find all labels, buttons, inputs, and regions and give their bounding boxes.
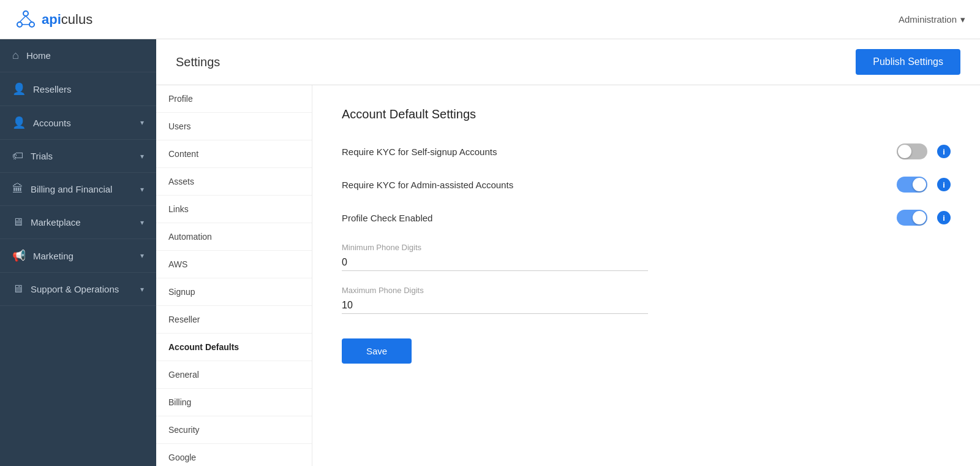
admin-label: Administration bbox=[899, 14, 957, 25]
toggle-row-profile-check: Profile Check Enabled i bbox=[342, 210, 951, 226]
sidebar-item-home[interactable]: ⌂ Home bbox=[0, 39, 156, 72]
settings-content: Account Default Settings Require KYC for… bbox=[312, 85, 980, 466]
logo-icon bbox=[15, 9, 37, 31]
sidebar-item-resellers[interactable]: 👤 Resellers bbox=[0, 72, 156, 106]
sidebar-item-label: Resellers bbox=[33, 84, 72, 94]
settings-nav-security[interactable]: Security bbox=[156, 416, 312, 444]
svg-point-2 bbox=[29, 22, 34, 27]
settings-body: Profile Users Content Assets Links Autom… bbox=[156, 85, 980, 466]
page-header: Settings Publish Settings bbox=[156, 39, 980, 85]
sidebar-item-label: Trials bbox=[31, 151, 53, 161]
toggle-kyc-admin[interactable] bbox=[897, 177, 927, 193]
sidebar-item-trials[interactable]: 🏷 Trials ▾ bbox=[0, 140, 156, 173]
settings-nav-billing[interactable]: Billing bbox=[156, 389, 312, 416]
sidebar-item-marketplace[interactable]: 🖥 Marketplace ▾ bbox=[0, 206, 156, 239]
min-phone-digits-label: Minimum Phone Digits bbox=[342, 243, 648, 252]
toggle-label-kyc-admin: Require KYC for Admin-assisted Accounts bbox=[342, 180, 887, 190]
info-icon-kyc-admin[interactable]: i bbox=[937, 178, 951, 191]
chevron-down-icon: ▾ bbox=[960, 14, 965, 25]
max-phone-digits-label: Maximum Phone Digits bbox=[342, 286, 648, 295]
chevron-down-icon: ▾ bbox=[140, 285, 144, 294]
support-icon: 🖥 bbox=[12, 283, 23, 296]
home-icon: ⌂ bbox=[12, 49, 19, 62]
toggle-row-kyc-admin: Require KYC for Admin-assisted Accounts … bbox=[342, 177, 951, 193]
publish-settings-button[interactable]: Publish Settings bbox=[856, 49, 960, 75]
toggle-label-profile-check: Profile Check Enabled bbox=[342, 213, 887, 223]
toggle-kyc-self-signup[interactable] bbox=[897, 143, 927, 159]
settings-nav-signup[interactable]: Signup bbox=[156, 278, 312, 306]
info-icon-profile-check[interactable]: i bbox=[937, 211, 951, 224]
sidebar-item-marketing[interactable]: 📢 Marketing ▾ bbox=[0, 239, 156, 273]
sidebar-item-support[interactable]: 🖥 Support & Operations ▾ bbox=[0, 273, 156, 306]
section-title: Account Default Settings bbox=[342, 107, 951, 121]
chevron-down-icon: ▾ bbox=[140, 118, 144, 127]
trials-icon: 🏷 bbox=[12, 150, 23, 162]
settings-nav-account-defaults[interactable]: Account Defaults bbox=[156, 334, 312, 361]
main-layout: ⌂ Home 👤 Resellers 👤 Accounts ▾ 🏷 Trials… bbox=[0, 39, 980, 466]
settings-nav-google[interactable]: Google bbox=[156, 444, 312, 466]
max-phone-digits-group: Maximum Phone Digits bbox=[342, 286, 648, 314]
billing-icon: 🏛 bbox=[12, 183, 23, 196]
resellers-icon: 👤 bbox=[12, 82, 26, 96]
settings-nav-automation[interactable]: Automation bbox=[156, 223, 312, 251]
toggle-profile-check[interactable] bbox=[897, 210, 927, 226]
settings-nav-profile[interactable]: Profile bbox=[156, 85, 312, 113]
svg-point-1 bbox=[17, 22, 22, 27]
sidebar-item-accounts[interactable]: 👤 Accounts ▾ bbox=[0, 106, 156, 140]
chevron-down-icon: ▾ bbox=[140, 185, 144, 194]
settings-nav-general[interactable]: General bbox=[156, 361, 312, 389]
settings-nav-assets[interactable]: Assets bbox=[156, 168, 312, 196]
logo: apiculus bbox=[15, 9, 92, 31]
sidebar-item-label: Accounts bbox=[33, 118, 71, 128]
sidebar-item-label: Support & Operations bbox=[31, 284, 119, 294]
settings-nav-links[interactable]: Links bbox=[156, 196, 312, 223]
settings-nav-aws[interactable]: AWS bbox=[156, 251, 312, 278]
max-phone-digits-input[interactable] bbox=[342, 297, 648, 314]
marketing-icon: 📢 bbox=[12, 249, 26, 262]
settings-nav: Profile Users Content Assets Links Autom… bbox=[156, 85, 312, 466]
sidebar-item-billing[interactable]: 🏛 Billing and Financial ▾ bbox=[0, 173, 156, 206]
admin-menu[interactable]: Administration ▾ bbox=[899, 14, 965, 25]
sidebar: ⌂ Home 👤 Resellers 👤 Accounts ▾ 🏷 Trials… bbox=[0, 39, 156, 466]
chevron-down-icon: ▾ bbox=[140, 218, 144, 227]
content-area: Settings Publish Settings Profile Users … bbox=[156, 39, 980, 466]
settings-nav-content[interactable]: Content bbox=[156, 140, 312, 168]
chevron-down-icon: ▾ bbox=[140, 152, 144, 161]
logo-text: apiculus bbox=[42, 12, 92, 28]
sidebar-item-label: Home bbox=[26, 50, 51, 61]
toggle-row-kyc-self-signup: Require KYC for Self-signup Accounts i bbox=[342, 143, 951, 159]
marketplace-icon: 🖥 bbox=[12, 216, 23, 229]
info-icon-kyc-self-signup[interactable]: i bbox=[937, 145, 951, 158]
accounts-icon: 👤 bbox=[12, 116, 26, 129]
svg-point-0 bbox=[23, 11, 28, 16]
page-title: Settings bbox=[176, 55, 220, 69]
sidebar-item-label: Billing and Financial bbox=[31, 184, 112, 194]
min-phone-digits-group: Minimum Phone Digits bbox=[342, 243, 648, 271]
save-button[interactable]: Save bbox=[342, 338, 412, 364]
svg-line-4 bbox=[26, 16, 32, 22]
sidebar-item-label: Marketing bbox=[33, 251, 74, 261]
chevron-down-icon: ▾ bbox=[140, 251, 144, 260]
top-header: apiculus Administration ▾ bbox=[0, 0, 980, 39]
svg-line-3 bbox=[20, 16, 26, 22]
settings-nav-reseller[interactable]: Reseller bbox=[156, 306, 312, 334]
settings-nav-users[interactable]: Users bbox=[156, 113, 312, 140]
toggle-label-kyc-self-signup: Require KYC for Self-signup Accounts bbox=[342, 147, 887, 157]
sidebar-item-label: Marketplace bbox=[31, 217, 81, 227]
min-phone-digits-input[interactable] bbox=[342, 254, 648, 271]
